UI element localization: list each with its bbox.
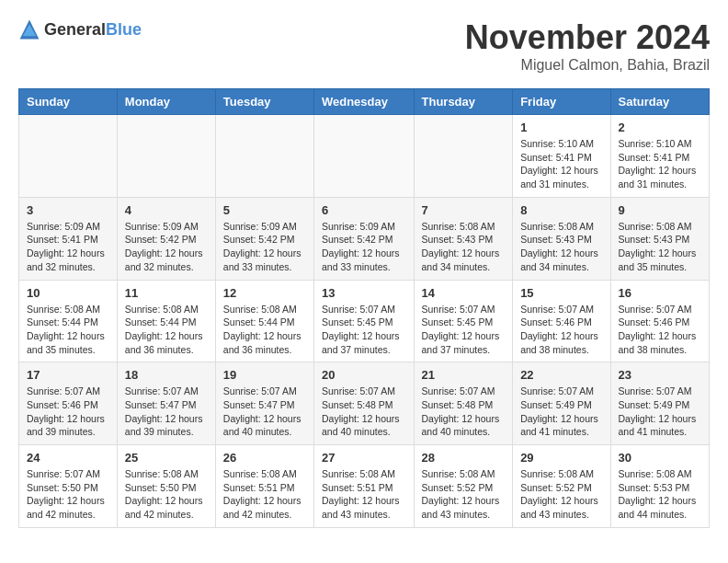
calendar-cell: 12Sunrise: 5:08 AM Sunset: 5:44 PM Dayli… <box>215 280 313 362</box>
day-number: 4 <box>125 203 208 217</box>
day-number: 11 <box>125 286 208 300</box>
calendar-cell <box>414 115 513 198</box>
calendar-header-sunday: Sunday <box>19 89 118 115</box>
day-number: 5 <box>223 203 306 217</box>
day-number: 29 <box>520 451 602 465</box>
day-info: Sunrise: 5:07 AM Sunset: 5:46 PM Dayligh… <box>520 303 602 357</box>
calendar-cell: 25Sunrise: 5:08 AM Sunset: 5:50 PM Dayli… <box>117 445 215 528</box>
calendar-cell: 10Sunrise: 5:08 AM Sunset: 5:44 PM Dayli… <box>19 280 118 362</box>
calendar-cell: 4Sunrise: 5:09 AM Sunset: 5:42 PM Daylig… <box>117 197 215 280</box>
day-info: Sunrise: 5:07 AM Sunset: 5:48 PM Dayligh… <box>422 385 506 439</box>
day-number: 7 <box>422 203 506 217</box>
day-number: 3 <box>27 203 109 217</box>
day-info: Sunrise: 5:08 AM Sunset: 5:44 PM Dayligh… <box>223 303 306 357</box>
calendar-cell: 8Sunrise: 5:08 AM Sunset: 5:43 PM Daylig… <box>513 197 610 280</box>
calendar-cell: 6Sunrise: 5:09 AM Sunset: 5:42 PM Daylig… <box>313 197 414 280</box>
day-info: Sunrise: 5:07 AM Sunset: 5:45 PM Dayligh… <box>422 303 506 357</box>
day-number: 19 <box>223 368 306 382</box>
day-info: Sunrise: 5:09 AM Sunset: 5:42 PM Dayligh… <box>322 220 406 274</box>
calendar-cell: 21Sunrise: 5:07 AM Sunset: 5:48 PM Dayli… <box>414 362 513 445</box>
calendar-cell: 19Sunrise: 5:07 AM Sunset: 5:47 PM Dayli… <box>215 362 313 445</box>
day-info: Sunrise: 5:08 AM Sunset: 5:43 PM Dayligh… <box>520 220 602 274</box>
month-title: November 2024 <box>465 18 710 57</box>
day-number: 9 <box>619 203 701 217</box>
calendar-header-friday: Friday <box>513 89 610 115</box>
calendar-header-tuesday: Tuesday <box>215 89 313 115</box>
calendar-cell: 11Sunrise: 5:08 AM Sunset: 5:44 PM Dayli… <box>117 280 215 362</box>
calendar-cell: 1Sunrise: 5:10 AM Sunset: 5:41 PM Daylig… <box>513 115 610 198</box>
calendar-header-thursday: Thursday <box>414 89 513 115</box>
logo-icon <box>18 18 40 40</box>
day-number: 27 <box>322 451 406 465</box>
calendar-cell: 15Sunrise: 5:07 AM Sunset: 5:46 PM Dayli… <box>513 280 610 362</box>
day-number: 21 <box>422 368 506 382</box>
calendar-cell <box>19 115 118 198</box>
calendar-cell <box>215 115 313 198</box>
calendar-cell: 9Sunrise: 5:08 AM Sunset: 5:43 PM Daylig… <box>610 197 709 280</box>
calendar-cell: 16Sunrise: 5:07 AM Sunset: 5:46 PM Dayli… <box>610 280 709 362</box>
day-info: Sunrise: 5:09 AM Sunset: 5:42 PM Dayligh… <box>223 220 306 274</box>
calendar-cell: 24Sunrise: 5:07 AM Sunset: 5:50 PM Dayli… <box>19 445 118 528</box>
day-info: Sunrise: 5:07 AM Sunset: 5:45 PM Dayligh… <box>322 303 406 357</box>
day-info: Sunrise: 5:08 AM Sunset: 5:43 PM Dayligh… <box>619 220 701 274</box>
day-info: Sunrise: 5:08 AM Sunset: 5:51 PM Dayligh… <box>223 467 306 522</box>
day-number: 24 <box>27 451 109 465</box>
day-number: 2 <box>619 121 701 134</box>
calendar-week-row: 3Sunrise: 5:09 AM Sunset: 5:41 PM Daylig… <box>19 197 710 280</box>
day-info: Sunrise: 5:07 AM Sunset: 5:46 PM Dayligh… <box>27 385 109 439</box>
day-info: Sunrise: 5:08 AM Sunset: 5:44 PM Dayligh… <box>125 303 208 357</box>
calendar-cell: 5Sunrise: 5:09 AM Sunset: 5:42 PM Daylig… <box>215 197 313 280</box>
calendar-cell: 28Sunrise: 5:08 AM Sunset: 5:52 PM Dayli… <box>414 445 513 528</box>
calendar-week-row: 17Sunrise: 5:07 AM Sunset: 5:46 PM Dayli… <box>19 362 710 445</box>
day-info: Sunrise: 5:08 AM Sunset: 5:50 PM Dayligh… <box>125 467 208 522</box>
day-number: 6 <box>322 203 406 217</box>
day-info: Sunrise: 5:07 AM Sunset: 5:48 PM Dayligh… <box>322 385 406 439</box>
day-info: Sunrise: 5:08 AM Sunset: 5:43 PM Dayligh… <box>422 220 506 274</box>
calendar-cell <box>313 115 414 198</box>
calendar-cell: 26Sunrise: 5:08 AM Sunset: 5:51 PM Dayli… <box>215 445 313 528</box>
day-number: 13 <box>322 286 406 300</box>
day-number: 8 <box>520 203 602 217</box>
calendar-cell: 20Sunrise: 5:07 AM Sunset: 5:48 PM Dayli… <box>313 362 414 445</box>
calendar-week-row: 10Sunrise: 5:08 AM Sunset: 5:44 PM Dayli… <box>19 280 710 362</box>
calendar-header-saturday: Saturday <box>610 89 709 115</box>
calendar-cell: 7Sunrise: 5:08 AM Sunset: 5:43 PM Daylig… <box>414 197 513 280</box>
day-info: Sunrise: 5:09 AM Sunset: 5:42 PM Dayligh… <box>125 220 208 274</box>
calendar-header-wednesday: Wednesday <box>313 89 414 115</box>
day-info: Sunrise: 5:07 AM Sunset: 5:47 PM Dayligh… <box>125 385 208 439</box>
day-info: Sunrise: 5:07 AM Sunset: 5:49 PM Dayligh… <box>619 385 701 439</box>
day-number: 18 <box>125 368 208 382</box>
calendar-cell: 23Sunrise: 5:07 AM Sunset: 5:49 PM Dayli… <box>610 362 709 445</box>
day-info: Sunrise: 5:10 AM Sunset: 5:41 PM Dayligh… <box>520 137 602 191</box>
day-number: 23 <box>619 368 701 382</box>
logo-blue: Blue <box>106 20 142 39</box>
calendar-table: SundayMondayTuesdayWednesdayThursdayFrid… <box>18 88 710 528</box>
header: GeneralBlue November 2024 Miguel Calmon,… <box>18 18 710 74</box>
day-number: 30 <box>619 451 701 465</box>
day-info: Sunrise: 5:08 AM Sunset: 5:51 PM Dayligh… <box>322 467 406 522</box>
calendar-week-row: 24Sunrise: 5:07 AM Sunset: 5:50 PM Dayli… <box>19 445 710 528</box>
calendar-header-row: SundayMondayTuesdayWednesdayThursdayFrid… <box>19 89 710 115</box>
day-number: 1 <box>520 121 602 134</box>
calendar-cell: 27Sunrise: 5:08 AM Sunset: 5:51 PM Dayli… <box>313 445 414 528</box>
day-info: Sunrise: 5:07 AM Sunset: 5:49 PM Dayligh… <box>520 385 602 439</box>
day-info: Sunrise: 5:10 AM Sunset: 5:41 PM Dayligh… <box>619 137 701 191</box>
day-number: 25 <box>125 451 208 465</box>
calendar-cell: 2Sunrise: 5:10 AM Sunset: 5:41 PM Daylig… <box>610 115 709 198</box>
calendar-cell: 17Sunrise: 5:07 AM Sunset: 5:46 PM Dayli… <box>19 362 118 445</box>
day-number: 10 <box>27 286 109 300</box>
day-info: Sunrise: 5:07 AM Sunset: 5:47 PM Dayligh… <box>223 385 306 439</box>
calendar-cell: 14Sunrise: 5:07 AM Sunset: 5:45 PM Dayli… <box>414 280 513 362</box>
calendar-week-row: 1Sunrise: 5:10 AM Sunset: 5:41 PM Daylig… <box>19 115 710 198</box>
day-number: 20 <box>322 368 406 382</box>
calendar-cell <box>117 115 215 198</box>
day-info: Sunrise: 5:08 AM Sunset: 5:44 PM Dayligh… <box>27 303 109 357</box>
day-number: 26 <box>223 451 306 465</box>
day-info: Sunrise: 5:07 AM Sunset: 5:50 PM Dayligh… <box>27 467 109 522</box>
calendar-cell: 22Sunrise: 5:07 AM Sunset: 5:49 PM Dayli… <box>513 362 610 445</box>
day-number: 28 <box>422 451 506 465</box>
calendar-cell: 29Sunrise: 5:08 AM Sunset: 5:52 PM Dayli… <box>513 445 610 528</box>
calendar-header-monday: Monday <box>117 89 215 115</box>
day-number: 15 <box>520 286 602 300</box>
day-info: Sunrise: 5:08 AM Sunset: 5:53 PM Dayligh… <box>619 467 701 522</box>
